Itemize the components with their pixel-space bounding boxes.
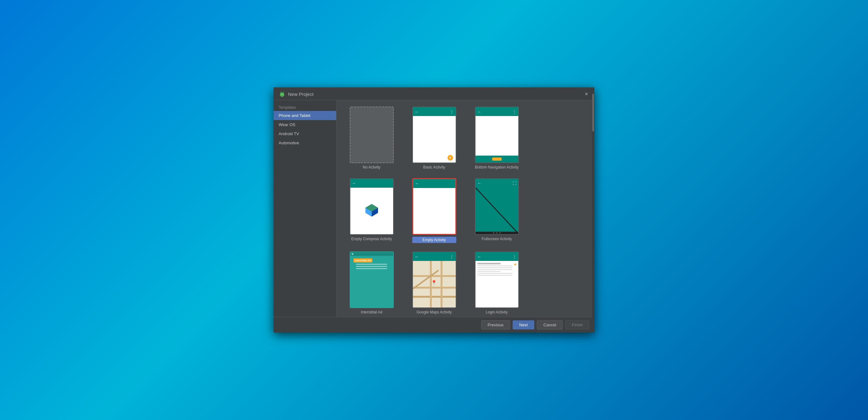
menu-dots-icon: ⋮ (450, 254, 454, 259)
fullscreen-label: Fullscreen Activity (482, 237, 512, 241)
login-preview-card: ← ⋮ ★ (475, 252, 519, 308)
back-arrow-icon: ← (415, 109, 419, 114)
login-top-bar: ← ⋮ (475, 252, 518, 261)
empty-top-bar: ← (413, 179, 455, 188)
menu-dots-icon: ⋮ (512, 254, 517, 259)
nav-dot (493, 232, 494, 234)
svg-line-11 (475, 188, 518, 232)
empty-content (413, 188, 455, 234)
new-project-dialog: New Project × Templates Phone and Tablet… (274, 87, 594, 333)
bottom-nav-item (492, 158, 502, 161)
template-no-activity[interactable]: No Activity (343, 105, 400, 172)
menu-dots-icon: ⋮ (512, 109, 517, 114)
no-activity-label: No Activity (363, 165, 380, 169)
login-line-1 (477, 265, 513, 266)
finish-button[interactable]: Finish (565, 320, 589, 329)
title-left: New Project (279, 91, 314, 97)
map-area: 📍 (413, 261, 456, 308)
maps-label: Google Maps Activity (416, 310, 452, 314)
back-arrow-icon: ← (477, 181, 482, 186)
ad-badge: Interstitial Ad (353, 258, 373, 262)
maps-top-bar: ← ⋮ (413, 252, 456, 261)
template-empty-compose[interactable]: ← (343, 177, 400, 246)
svg-point-2 (281, 94, 282, 95)
compose-top-bar: ← (350, 179, 393, 188)
bottom-nav-content (475, 116, 518, 156)
bottom-nav-bar (475, 156, 518, 163)
sidebar-item-phone-tablet[interactable]: Phone and Tablet (274, 111, 336, 120)
sidebar-item-automotive[interactable]: Automotive (274, 138, 336, 148)
back-arrow-icon: ← (415, 254, 419, 259)
sidebar-item-wear-os[interactable]: Wear OS (274, 120, 336, 129)
interstitial-preview: Interstitial Ad (350, 252, 394, 308)
basic-activity-preview: ← ⋮ + (412, 106, 456, 163)
basic-activity-label: Basic Activity (423, 165, 445, 169)
templates-grid: No Activity ← ⋮ + Basic Activity (343, 105, 588, 317)
fullscreen-preview: ← ⛶ (475, 178, 519, 235)
back-arrow-icon: ← (352, 181, 356, 186)
bottom-nav-top-bar: ← ⋮ (475, 107, 518, 116)
fullscreen-icon: ⛶ (513, 181, 517, 186)
svg-line-5 (283, 92, 284, 93)
back-arrow-icon: ← (477, 254, 482, 259)
template-maps[interactable]: ← ⋮ (405, 250, 463, 317)
login-line-6 (477, 275, 513, 276)
close-button[interactable]: × (583, 91, 589, 97)
empty-activity-preview: ← (412, 178, 456, 235)
login-line-4 (477, 271, 501, 272)
sidebar-section-label: Templates (274, 103, 336, 111)
svg-point-3 (283, 94, 283, 95)
next-button[interactable]: Next (513, 320, 534, 329)
grid-spacer (531, 105, 575, 162)
bottom-nav-preview: ← ⋮ (475, 106, 519, 163)
ad-line-2 (356, 266, 387, 267)
svg-line-4 (281, 92, 281, 93)
back-arrow-icon: ← (477, 109, 482, 114)
dialog-body: Templates Phone and Tablet Wear OS Andro… (274, 100, 594, 317)
dialog-title: New Project (288, 92, 314, 97)
fullscreen-top-bar: ← ⛶ (475, 179, 518, 188)
empty-compose-label: Empty Compose Activity (351, 237, 392, 241)
map-pin-icon: 📍 (431, 280, 437, 286)
android-logo-icon (279, 91, 285, 97)
login-title-line (477, 263, 501, 264)
fullscreen-bottom (475, 232, 518, 234)
sidebar: Templates Phone and Tablet Wear OS Andro… (274, 100, 337, 317)
login-line-5 (477, 273, 513, 274)
fullscreen-content (475, 188, 518, 232)
close-dot (351, 253, 353, 255)
template-login[interactable]: ← ⋮ ★ L (468, 250, 526, 317)
login-line-2 (477, 267, 513, 268)
ad-line-3 (356, 268, 387, 269)
sidebar-item-android-tv[interactable]: Android TV (274, 129, 336, 138)
interstitial-content: Interstitial Ad (350, 256, 393, 308)
template-basic-activity[interactable]: ← ⋮ + Basic Activity (405, 105, 463, 172)
empty-activity-label: Empty Activity (412, 237, 456, 243)
back-arrow-icon: ← (415, 181, 419, 186)
template-fullscreen[interactable]: ← ⛶ (468, 177, 526, 246)
dialog-footer: Previous Next Cancel Finish (274, 317, 594, 333)
menu-dots-icon: ⋮ (450, 109, 454, 114)
nav-dots (475, 232, 518, 234)
nav-dot (496, 232, 498, 234)
cancel-button[interactable]: Cancel (537, 320, 563, 329)
dialog-title-bar: New Project × (274, 87, 594, 100)
compose-cube-icon (364, 203, 379, 219)
login-star-icon: ★ (514, 262, 517, 267)
compose-content (350, 188, 393, 234)
no-activity-preview (350, 106, 394, 163)
scrollbar-track[interactable] (592, 100, 594, 317)
login-label: Login Activity (486, 310, 507, 314)
previous-button[interactable]: Previous (481, 320, 510, 329)
template-bottom-nav[interactable]: ← ⋮ Bottom Navigation Activity (468, 105, 526, 172)
maps-preview: ← ⋮ (412, 252, 456, 308)
ad-line-1 (356, 264, 387, 265)
bottom-nav-label: Bottom Navigation Activity (475, 165, 519, 169)
template-interstitial-ad[interactable]: Interstitial Ad Interstitial Ad (343, 250, 400, 317)
scrollbar-thumb[interactable] (592, 100, 594, 131)
basic-top-bar: ← ⋮ (413, 107, 456, 116)
login-content: ★ (475, 261, 518, 308)
fab-icon: + (447, 155, 453, 161)
template-empty-activity[interactable]: ← Empty Activity (405, 177, 463, 246)
interstitial-top (350, 252, 393, 256)
